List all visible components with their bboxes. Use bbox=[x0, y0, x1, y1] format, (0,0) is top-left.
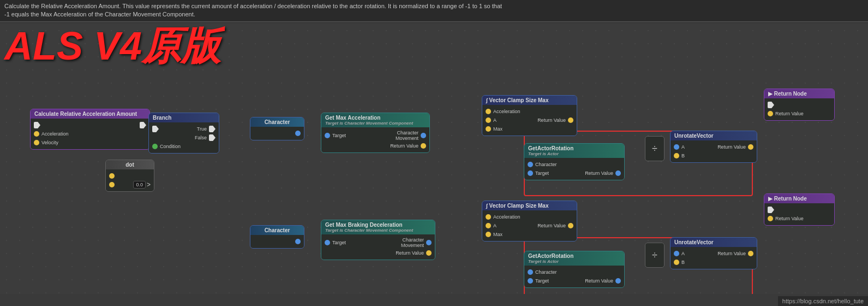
return-top-title: ▶ Return Node bbox=[768, 91, 807, 97]
branch-cond-pin bbox=[152, 144, 158, 149]
unrotate-bot-title: UnrotateVector bbox=[674, 239, 714, 245]
info-line2: -1 equals the Max Acceleration of the Ch… bbox=[4, 10, 864, 19]
get-max-brake-target-label: Target bbox=[332, 240, 378, 245]
char-bot-out-pin bbox=[295, 239, 301, 244]
gar-bot-char-row: Character bbox=[528, 268, 621, 276]
get-max-brake-cm-label: Character Movement bbox=[378, 237, 424, 248]
vct-accel-row: Acceleration bbox=[486, 107, 573, 116]
vector-clamp-bot-title: ∫ Vector Clamp Size Max bbox=[486, 203, 548, 209]
calc-exec-in-pin bbox=[34, 122, 40, 128]
calc-node-title: Calculate Relative Acceleration Amount bbox=[34, 111, 137, 117]
urv-top-ret-label: Return Value bbox=[714, 144, 746, 150]
dot-b-row: 0.0 > bbox=[109, 180, 151, 189]
get-max-brake-ret-pin bbox=[426, 250, 432, 256]
get-max-accel-subtitle: Target is Character Movement Component bbox=[325, 121, 426, 126]
vcb-max-pin bbox=[486, 232, 491, 237]
get-max-brake-body: Target Character Movement Return Value bbox=[321, 234, 435, 260]
branch-exec-in-pin bbox=[152, 126, 159, 132]
gar-top-char-pin bbox=[528, 162, 533, 167]
urv-top-a-label: A bbox=[681, 144, 714, 150]
divide-top-symbol: ÷ bbox=[652, 143, 657, 155]
char-top-node: Character bbox=[250, 117, 304, 140]
get-max-brake-ret-label: Return Value bbox=[374, 250, 424, 256]
return-bot-val-pin bbox=[768, 216, 773, 221]
vcb-a-row: A Return Value bbox=[486, 221, 573, 230]
gar-top-char-label: Character bbox=[535, 162, 621, 167]
dot-b-pin bbox=[109, 182, 115, 187]
get-actor-rot-bot-body: Character Target Return Value bbox=[524, 266, 624, 287]
dot-node-header: dot bbox=[106, 160, 154, 169]
vct-a-label: A bbox=[493, 117, 530, 123]
vector-clamp-top-header: ∫ Vector Clamp Size Max bbox=[482, 96, 577, 105]
return-top-body: Return Value bbox=[764, 98, 834, 120]
urv-bot-ret-label: Return Value bbox=[714, 251, 746, 256]
urv-top-a-row: A Return Value bbox=[674, 143, 753, 151]
get-max-accel-target-label: Target bbox=[332, 133, 375, 138]
get-actor-rot-bot-subtitle: Target is Actor bbox=[528, 259, 620, 264]
char-bot-node: Character bbox=[250, 225, 304, 249]
get-max-accel-target-in bbox=[325, 133, 330, 138]
url-bar: https://blog.csdn.net/hello_tute bbox=[778, 296, 868, 306]
vcb-accel-row: Acceleration bbox=[486, 213, 573, 221]
gar-top-ret-label: Return Value bbox=[574, 170, 614, 176]
char-top-out-row bbox=[254, 129, 301, 138]
vector-clamp-top-title: ∫ Vector Clamp Size Max bbox=[486, 97, 548, 103]
calc-exec-out-pin bbox=[140, 122, 146, 128]
char-top-body bbox=[250, 127, 304, 140]
get-max-accel-node: Get Max Acceleration Target is Character… bbox=[321, 113, 430, 153]
branch-true-pin bbox=[209, 126, 215, 132]
calc-node-body: Acceleration Velocity bbox=[31, 119, 149, 149]
get-max-brake-target-row: Target Character Movement bbox=[325, 237, 432, 249]
return-top-node: ▶ Return Node Return Value bbox=[764, 89, 835, 121]
unrotate-top-body: A Return Value B bbox=[671, 140, 757, 162]
vcb-a-label: A bbox=[493, 223, 530, 228]
divide-bot-symbol: ÷ bbox=[652, 250, 657, 261]
vct-accel-pin bbox=[486, 109, 491, 114]
get-max-accel-cm-label: Character Movement bbox=[375, 130, 418, 141]
calc-node-header: Calculate Relative Acceleration Amount bbox=[31, 109, 149, 119]
vcb-max-label: Max bbox=[493, 232, 573, 237]
calc-vel-label: Velocity bbox=[41, 140, 146, 145]
gar-top-ret-pin bbox=[615, 170, 621, 176]
vcb-max-row: Max bbox=[486, 230, 573, 239]
gar-bot-char-label: Character bbox=[535, 269, 621, 275]
gar-top-char-row: Character bbox=[528, 160, 621, 169]
calc-accel-row: Acceleration bbox=[34, 130, 146, 138]
return-bot-val-label: Return Value bbox=[775, 216, 831, 221]
branch-node-title: Branch bbox=[153, 115, 171, 121]
calc-exec-row bbox=[34, 121, 146, 130]
gar-bot-ret-pin bbox=[615, 278, 621, 284]
urv-bot-b-label: B bbox=[681, 260, 753, 265]
vector-clamp-top-body: Acceleration A Return Value Max bbox=[482, 105, 577, 136]
get-max-brake-ret-row: Return Value bbox=[325, 249, 432, 257]
vector-clamp-bot-header: ∫ Vector Clamp Size Max bbox=[482, 201, 577, 210]
branch-true-label: True bbox=[184, 126, 207, 132]
gar-bot-target-pin bbox=[528, 278, 533, 284]
unrotate-top-node: UnrotateVector A Return Value B bbox=[670, 131, 757, 163]
branch-false-pin bbox=[209, 134, 215, 141]
char-bot-body bbox=[250, 235, 304, 248]
get-actor-rot-bot-title: GetActorRotation bbox=[528, 253, 620, 259]
get-actor-rot-bot-header: GetActorRotation Target is Actor bbox=[524, 251, 624, 266]
return-bot-node: ▶ Return Node Return Value bbox=[764, 193, 835, 226]
vct-max-pin bbox=[486, 126, 491, 132]
vct-ret-pin bbox=[568, 117, 573, 123]
unrotate-bot-header: UnrotateVector bbox=[671, 238, 757, 247]
branch-cond-label: Condition bbox=[160, 144, 215, 149]
unrotate-bot-node: UnrotateVector A Return Value B bbox=[670, 237, 757, 269]
get-max-brake-subtitle: Target is Character Movement Component bbox=[325, 228, 431, 233]
calc-vel-pin bbox=[34, 140, 39, 145]
urv-bot-b-row: B bbox=[674, 258, 753, 267]
get-actor-rot-bot-node: GetActorRotation Target is Actor Charact… bbox=[524, 251, 625, 288]
gar-top-target-pin bbox=[528, 170, 533, 176]
return-top-exec-row bbox=[768, 101, 831, 109]
dot-value: 0.0 bbox=[133, 181, 146, 189]
vcb-accel-label: Acceleration bbox=[493, 214, 573, 220]
char-bot-out-row bbox=[254, 237, 301, 246]
vct-a-row: A Return Value bbox=[486, 116, 573, 125]
get-max-brake-header: Get Max Braking Deceleration Target is C… bbox=[321, 220, 435, 234]
branch-node: Branch True False Condition bbox=[148, 113, 219, 154]
urv-bot-a-label: A bbox=[681, 251, 714, 256]
vector-clamp-top-node: ∫ Vector Clamp Size Max Acceleration A R… bbox=[482, 95, 577, 136]
info-bar: Calculate the Relative Acceleration Amou… bbox=[0, 0, 868, 22]
